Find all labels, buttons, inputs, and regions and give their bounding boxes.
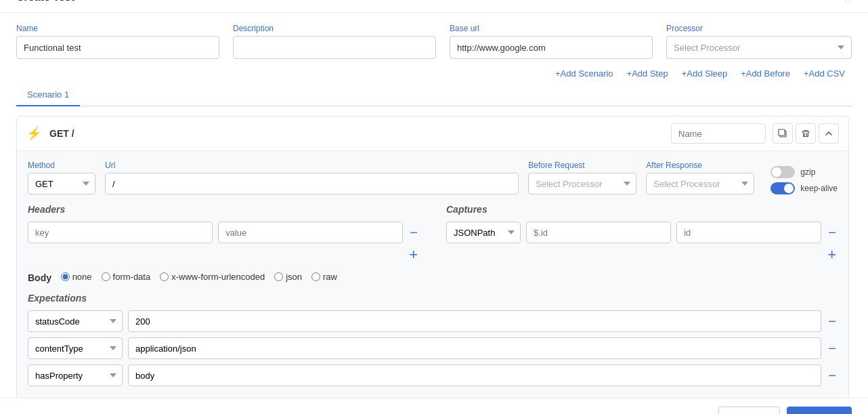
expectation-field-select-1[interactable]: statusCode contentType hasProperty [28,337,123,359]
method-group: Method GET POST PUT DELETE [28,161,95,194]
body-raw-label[interactable]: raw [311,272,337,282]
remove-header-button[interactable]: − [408,226,419,239]
capture-name-input[interactable] [676,222,821,243]
chevron-up-icon [824,129,833,138]
modal-header: Create Test × [0,0,868,13]
body-none-radio[interactable] [61,272,70,281]
add-capture-button[interactable]: + [826,247,838,262]
headers-section: Headers − + [28,204,419,262]
add-header-row: + [28,247,419,262]
modal-body: Name Description Base url Processor Sele… [0,13,868,398]
body-urlencoded-label[interactable]: x-www-form-urlencoded [160,272,265,282]
description-group: Description [233,24,436,59]
body-urlencoded-radio[interactable] [160,272,169,281]
after-response-group: After Response Select Processor [646,161,754,194]
after-response-label: After Response [646,161,754,170]
capture-type-select[interactable]: JSONPath XPath Header [446,222,521,243]
base-url-input[interactable] [450,36,653,59]
copy-step-button[interactable] [773,123,793,144]
processor-select[interactable]: Select Processor [666,36,852,59]
before-request-select[interactable]: Select Processor [528,173,636,194]
delete-step-button[interactable] [796,123,816,144]
gzip-toggle-row: gzip [771,166,838,178]
lightning-icon: ⚡ [26,126,41,141]
processor-group: Processor Select Processor [666,24,852,59]
name-input[interactable] [16,36,219,59]
expectation-value-input-0[interactable] [128,310,821,332]
base-url-label: Base url [450,24,653,33]
method-label: Method [28,161,95,170]
expectation-row-1: statusCode contentType hasProperty − [28,337,838,359]
before-request-label: Before Request [528,161,636,170]
captures-section: Captures JSONPath XPath Header [446,204,838,262]
body-json-radio[interactable] [274,272,283,281]
add-capture-row: + [446,247,838,262]
add-header-button[interactable]: + [408,247,419,262]
expectations-section: Expectations statusCode contentType hasP… [28,293,838,386]
add-before-link[interactable]: +Add Before [734,67,797,80]
header-key-input[interactable] [28,222,213,243]
captures-title: Captures [446,204,838,215]
before-request-group: Before Request Select Processor [528,161,636,194]
add-step-link[interactable]: +Add Step [620,67,675,80]
body-form-data-radio[interactable] [102,272,110,281]
add-csv-link[interactable]: +Add CSV [797,67,852,80]
header-value-input[interactable] [218,222,403,243]
body-form-data-label[interactable]: form-data [102,272,151,282]
description-input[interactable] [233,36,436,59]
expectation-row-0: statusCode contentType hasProperty − [28,310,838,332]
collapse-step-button[interactable] [819,123,839,144]
tab-scenario-1[interactable]: Scenario 1 [16,84,80,106]
method-select[interactable]: GET POST PUT DELETE [28,173,95,194]
url-input[interactable] [105,173,519,194]
step-header: ⚡ GET / [17,117,848,151]
add-sleep-link[interactable]: +Add Sleep [675,67,735,80]
name-label: Name [16,24,219,33]
step-name-input[interactable] [671,123,766,144]
body-raw-radio[interactable] [311,272,320,281]
close-button[interactable]: × [844,0,852,4]
step-card: ⚡ GET / [16,116,849,398]
gzip-label: gzip [800,167,815,177]
name-group: Name [16,24,219,59]
headers-title: Headers [28,204,419,215]
header-row: − [28,222,419,243]
add-scenario-link[interactable]: +Add Scenario [548,67,620,80]
remove-capture-button[interactable]: − [827,226,838,239]
trash-icon [801,129,810,138]
cancel-button[interactable]: Cancel [718,407,779,414]
keep-alive-label: keep-alive [800,184,838,193]
body-none-label[interactable]: none [61,272,92,282]
keep-alive-toggle[interactable] [771,182,795,194]
modal-footer: Cancel Submit [0,398,868,414]
remove-expectation-button-1[interactable]: − [827,341,838,355]
expectation-value-input-2[interactable] [128,365,821,386]
actions-row: +Add Scenario +Add Step +Add Sleep +Add … [16,64,852,84]
scenario-content: ⚡ GET / [16,106,852,398]
tabs-row: Scenario 1 [16,84,852,106]
expectation-value-input-1[interactable] [128,337,821,359]
remove-expectation-button-0[interactable]: − [827,314,838,328]
copy-icon [778,129,787,138]
svg-rect-1 [779,129,785,136]
body-section: Body none form-data x-www-form-urlencode… [28,272,838,283]
keep-alive-toggle-row: keep-alive [771,182,838,194]
remove-expectation-button-2[interactable]: − [827,369,838,382]
after-response-select[interactable]: Select Processor [646,173,754,194]
form-row: Name Description Base url Processor Sele… [16,24,852,59]
capture-path-input[interactable] [526,222,671,243]
url-label: Url [105,161,519,170]
gzip-toggle[interactable] [771,166,795,178]
headers-captures-section: Headers − + [28,204,838,262]
submit-button[interactable]: Submit [787,407,852,414]
expectation-field-select-2[interactable]: statusCode contentType hasProperty [28,365,123,386]
body-title: Body [28,272,51,283]
create-test-modal: Create Test × Name Description Base url [0,0,868,414]
modal-overlay: Create Test × Name Description Base url [0,0,868,414]
toggle-group: gzip keep-alive [771,166,838,194]
expectation-row-2: statusCode contentType hasProperty − [28,365,838,386]
expectation-field-select-0[interactable]: statusCode contentType hasProperty [28,310,123,332]
base-url-group: Base url [450,24,653,59]
description-label: Description [233,24,436,33]
body-json-label[interactable]: json [274,272,302,282]
